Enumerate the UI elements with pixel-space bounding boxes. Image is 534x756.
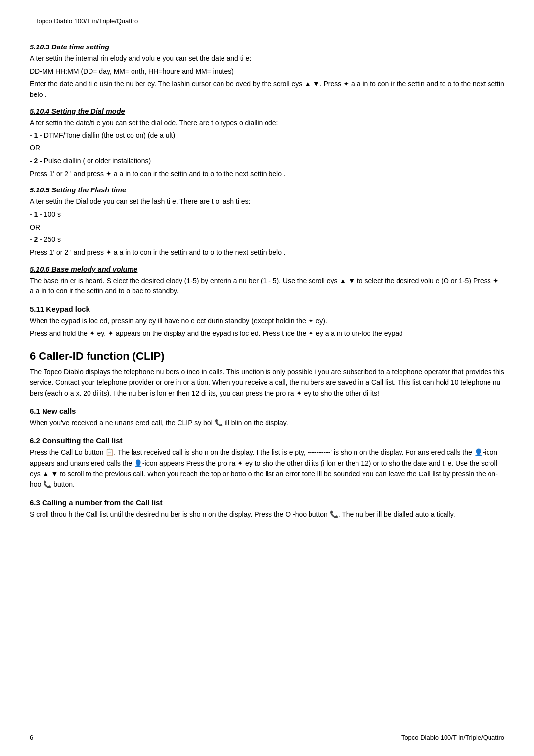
section-62-title: 6.2 Consulting the Call list bbox=[30, 436, 504, 445]
section-5105-bold1: - 1 - bbox=[30, 210, 42, 218]
section-5105-p4: Press 1' or 2 ' and press ✦ a a in to co… bbox=[30, 247, 504, 258]
section-5104-bold1: - 1 - bbox=[30, 131, 42, 139]
section-5104-p1: A ter settin the date/ti e you can set t… bbox=[30, 118, 504, 129]
chapter6-intro: The Topco Diablo displays the telephone … bbox=[30, 367, 504, 399]
section-511-p1: When the eypad is loc ed, pressin any ey… bbox=[30, 316, 504, 327]
section-5106: 5.10.6 Base melody and volume The base r… bbox=[30, 265, 504, 297]
footer-page-number: 6 bbox=[30, 734, 33, 741]
section-61-title: 6.1 New calls bbox=[30, 407, 504, 415]
section-5103-title: 5.10.3 Date time setting bbox=[30, 43, 504, 51]
section-5106-title: 5.10.6 Base melody and volume bbox=[30, 265, 504, 273]
section-5105-p2: - 1 - 100 s bbox=[30, 209, 504, 220]
section-5104-p4: Press 1' or 2 ' and press ✦ a a in to co… bbox=[30, 169, 504, 180]
section-5105-p3: - 2 - 250 s bbox=[30, 235, 504, 245]
section-511-title: 5.11 Keypad lock bbox=[30, 305, 504, 313]
section-511-p2: Press and hold the ✦ ey. ✦ appears on th… bbox=[30, 329, 504, 339]
header-text: Topco Diablo 100/T in/Triple/Quattro bbox=[35, 17, 138, 25]
section-61-text: When you've received a ne unans ered cal… bbox=[30, 418, 504, 428]
section-5105-p1: A ter settin the Dial ode you can set th… bbox=[30, 196, 504, 207]
section-5103-p3: Enter the date and ti e usin the nu ber … bbox=[30, 79, 504, 100]
header-bar: Topco Diablo 100/T in/Triple/Quattro bbox=[30, 15, 178, 27]
section-5104: 5.10.4 Setting the Dial mode A ter setti… bbox=[30, 107, 504, 179]
section-5105-bold2: - 2 - bbox=[30, 236, 42, 243]
section-63-title: 6.3 Calling a number from the Call list bbox=[30, 498, 504, 507]
section-62-text: Press the Call Lo button 📋. The last rec… bbox=[30, 447, 504, 490]
section-5104-bold2: - 2 - bbox=[30, 157, 42, 165]
section-62: 6.2 Consulting the Call list Press the C… bbox=[30, 436, 504, 490]
section-5103: 5.10.3 Date time setting A ter settin th… bbox=[30, 43, 504, 100]
section-5104-p2: - 1 - DTMF/Tone diallin (the ost co on) … bbox=[30, 130, 504, 141]
section-5105-or1: OR bbox=[30, 222, 504, 233]
section-5105: 5.10.5 Setting the Flash time A ter sett… bbox=[30, 186, 504, 258]
chapter6-title: 6 Caller-ID function (CLIP) bbox=[30, 350, 504, 363]
chapter6-block: 6 Caller-ID function (CLIP) The Topco Di… bbox=[30, 350, 504, 399]
section-5103-p1: A ter settin the internal rin elody and … bbox=[30, 53, 504, 64]
section-5104-title: 5.10.4 Setting the Dial mode bbox=[30, 107, 504, 115]
section-5103-p2: DD-MM HH:MM (DD= day, MM= onth, HH=houre… bbox=[30, 66, 504, 77]
section-5104-or1: OR bbox=[30, 143, 504, 154]
section-61: 6.1 New calls When you've received a ne … bbox=[30, 407, 504, 428]
section-5105-title: 5.10.5 Setting the Flash time bbox=[30, 186, 504, 194]
section-511: 5.11 Keypad lock When the eypad is loc e… bbox=[30, 305, 504, 339]
section-5104-p3: - 2 - Pulse diallin ( or older installat… bbox=[30, 156, 504, 167]
section-63-text: S croll throu h the Call list until the … bbox=[30, 509, 504, 520]
section-63: 6.3 Calling a number from the Call list … bbox=[30, 498, 504, 520]
section-5106-p1: The base rin er is heard. S elect the de… bbox=[30, 276, 504, 297]
footer-brand: Topco Diablo 100/T in/Triple/Quattro bbox=[401, 734, 504, 741]
page: Topco Diablo 100/T in/Triple/Quattro 5.1… bbox=[0, 0, 534, 756]
